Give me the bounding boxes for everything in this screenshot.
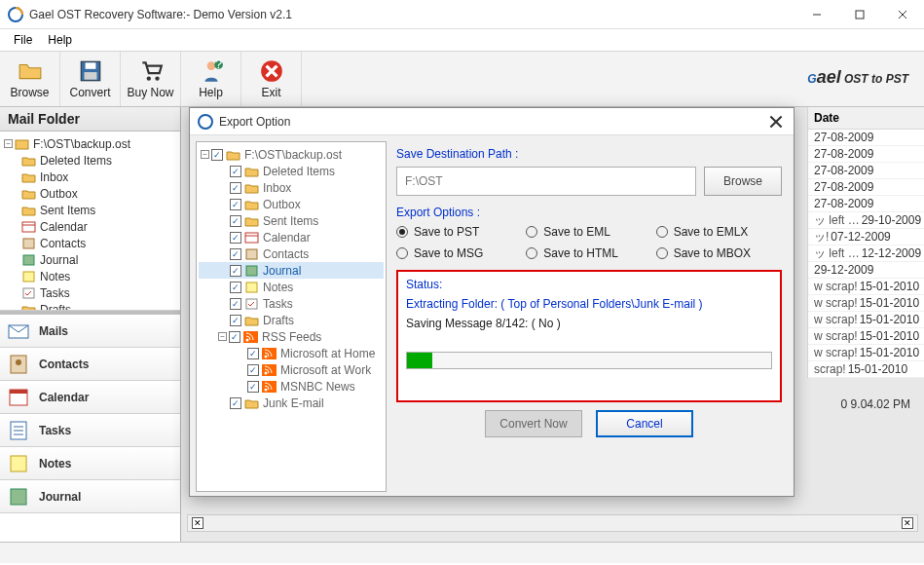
checkbox[interactable]: ✓: [230, 265, 241, 277]
save-path-input[interactable]: F:\OST: [396, 167, 696, 196]
radio-icon[interactable]: [526, 226, 537, 238]
checkbox[interactable]: ✓: [230, 315, 241, 326]
date-row[interactable]: ッ!07-12-2009: [808, 229, 924, 245]
date-row[interactable]: ッ left …12-12-2009: [808, 245, 924, 262]
export-tree-item[interactable]: ✓Contacts: [199, 245, 384, 262]
date-row[interactable]: w scrap!15-01-2010: [808, 312, 924, 328]
tree-item[interactable]: Sent Items: [2, 202, 178, 218]
nav-mails[interactable]: Mails: [0, 315, 180, 348]
nav-tasks[interactable]: Tasks: [0, 414, 180, 447]
export-tree-item[interactable]: ✓Microsoft at Work: [199, 361, 384, 378]
date-row[interactable]: 27-08-2009: [808, 146, 924, 163]
tree-item[interactable]: Contacts: [2, 235, 178, 251]
tree-item[interactable]: Calendar: [2, 218, 178, 235]
date-row[interactable]: 29-12-2009: [808, 262, 924, 279]
checkbox[interactable]: ✓: [230, 182, 241, 194]
exit-icon: [259, 58, 284, 84]
export-tree-item[interactable]: ✓Outbox: [199, 196, 384, 212]
export-option[interactable]: Save to HTML: [526, 246, 651, 260]
tree-item[interactable]: Drafts: [2, 301, 178, 311]
status-label: Status:: [406, 278, 772, 291]
date-row[interactable]: 27-08-2009: [808, 179, 924, 196]
minimize-button[interactable]: [795, 0, 838, 28]
menu-file[interactable]: File: [6, 33, 40, 47]
export-option[interactable]: Save to EMLX: [656, 225, 782, 239]
bottom-scrollbar[interactable]: ✕ ✕: [187, 514, 918, 532]
toolbar-buynow[interactable]: Buy Now: [121, 52, 181, 106]
maximize-button[interactable]: [838, 0, 881, 28]
export-tree-item[interactable]: ✓Calendar: [199, 229, 384, 245]
export-folder-tree[interactable]: −✓F:\OST\backup.ost✓Deleted Items✓Inbox✓…: [196, 141, 387, 492]
close-button[interactable]: [881, 0, 924, 28]
export-option[interactable]: Save to MSG: [396, 246, 522, 260]
radio-icon[interactable]: [396, 226, 408, 238]
nav-journal[interactable]: Journal: [0, 480, 180, 513]
export-option[interactable]: Save to MBOX: [656, 246, 782, 260]
checkbox[interactable]: ✓: [247, 348, 259, 359]
date-row[interactable]: w scrap!15-01-2010: [808, 295, 924, 312]
tree-item[interactable]: Notes: [2, 268, 178, 284]
export-tree-item[interactable]: ✓MSNBC News: [199, 378, 384, 395]
export-tree-item[interactable]: −✓RSS Feeds: [199, 328, 384, 345]
checkbox[interactable]: ✓: [230, 199, 241, 210]
scroll-right-icon[interactable]: ✕: [902, 517, 913, 529]
toolbar-exit[interactable]: Exit: [241, 52, 302, 106]
export-tree-item[interactable]: ✓Deleted Items: [199, 163, 384, 179]
folder-tree[interactable]: − F:\OST\backup.ost Deleted ItemsInboxOu…: [0, 132, 180, 311]
export-tree-item[interactable]: ✓Journal: [199, 262, 384, 279]
export-tree-item[interactable]: ✓Sent Items: [199, 212, 384, 229]
export-tree-item[interactable]: ✓Notes: [199, 279, 384, 295]
convert-now-button[interactable]: Convert Now: [485, 410, 582, 437]
collapse-icon[interactable]: −: [4, 139, 13, 148]
checkbox[interactable]: ✓: [229, 331, 240, 343]
cancel-button[interactable]: Cancel: [596, 410, 693, 437]
export-tree-item[interactable]: ✓Inbox: [199, 179, 384, 196]
export-tree-item[interactable]: ✓Junk E-mail: [199, 395, 384, 411]
tree-item[interactable]: Outbox: [2, 185, 178, 202]
menu-help[interactable]: Help: [40, 33, 80, 47]
browse-path-button[interactable]: Browse: [704, 167, 782, 196]
status-bar: [0, 542, 924, 563]
export-tree-item[interactable]: ✓Drafts: [199, 312, 384, 328]
radio-icon[interactable]: [656, 226, 668, 238]
tree-item[interactable]: Deleted Items: [2, 152, 178, 169]
export-option[interactable]: Save to EML: [526, 225, 651, 239]
date-row[interactable]: ッ left …29-10-2009: [808, 212, 924, 229]
date-row[interactable]: 27-08-2009: [808, 163, 924, 179]
tree-item[interactable]: Journal: [2, 251, 178, 268]
date-row[interactable]: w scrap!15-01-2010: [808, 345, 924, 361]
radio-icon[interactable]: [656, 247, 668, 259]
tree-item[interactable]: Inbox: [2, 169, 178, 185]
date-row[interactable]: 27-08-2009: [808, 130, 924, 146]
checkbox[interactable]: ✓: [230, 166, 241, 177]
scroll-left-icon[interactable]: ✕: [192, 517, 203, 529]
export-option[interactable]: Save to PST: [396, 225, 522, 239]
date-row[interactable]: w scrap!15-01-2010: [808, 279, 924, 295]
checkbox[interactable]: ✓: [247, 381, 259, 393]
toolbar-convert[interactable]: Convert: [60, 52, 121, 106]
radio-icon[interactable]: [526, 247, 537, 259]
folder-icon: [244, 248, 259, 260]
nav-calendar[interactable]: Calendar: [0, 381, 180, 414]
date-row[interactable]: w scrap!15-01-2010: [808, 328, 924, 345]
tree-root[interactable]: F:\OST\backup.ost: [33, 137, 130, 151]
checkbox[interactable]: ✓: [230, 397, 241, 409]
radio-icon[interactable]: [396, 247, 408, 259]
dialog-close-button[interactable]: [766, 112, 786, 132]
toolbar-browse[interactable]: Browse: [0, 52, 60, 106]
checkbox[interactable]: ✓: [247, 364, 259, 376]
checkbox[interactable]: ✓: [230, 298, 241, 310]
checkbox[interactable]: ✓: [230, 215, 241, 227]
checkbox[interactable]: ✓: [230, 282, 241, 293]
nav-contacts[interactable]: Contacts: [0, 348, 180, 381]
date-row[interactable]: scrap!15-01-2010: [808, 361, 924, 378]
date-row[interactable]: 27-08-2009: [808, 196, 924, 212]
date-header[interactable]: Date: [808, 107, 924, 130]
checkbox[interactable]: ✓: [230, 232, 241, 244]
toolbar-help[interactable]: ? Help: [181, 52, 241, 106]
export-tree-item[interactable]: ✓Tasks: [199, 295, 384, 312]
export-tree-item[interactable]: ✓Microsoft at Home: [199, 345, 384, 361]
tree-item[interactable]: Tasks: [2, 284, 178, 301]
checkbox[interactable]: ✓: [230, 248, 241, 260]
nav-notes[interactable]: Notes: [0, 447, 180, 480]
